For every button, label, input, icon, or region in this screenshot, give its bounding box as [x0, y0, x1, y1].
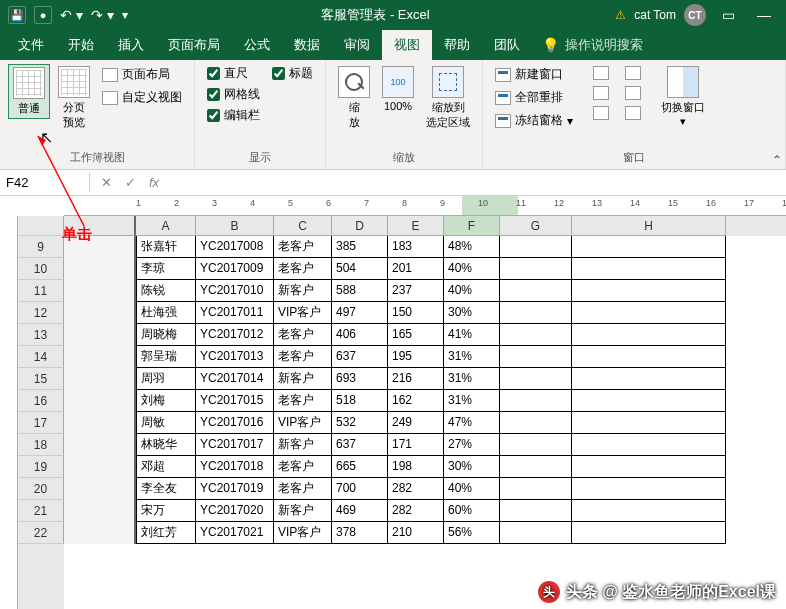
formula-bar-checkbox[interactable]: 编辑栏: [203, 106, 264, 125]
cell[interactable]: 40%: [444, 258, 500, 280]
cell[interactable]: 504: [332, 258, 388, 280]
row-header[interactable]: 15: [18, 368, 64, 390]
row-header[interactable]: 18: [18, 434, 64, 456]
cell[interactable]: [500, 236, 572, 258]
autosave-toggle[interactable]: ●: [34, 6, 52, 24]
cell[interactable]: 378: [332, 522, 388, 544]
cell[interactable]: [572, 522, 726, 544]
row-header[interactable]: 20: [18, 478, 64, 500]
cell[interactable]: 162: [388, 390, 444, 412]
cell[interactable]: 201: [388, 258, 444, 280]
cell[interactable]: 31%: [444, 368, 500, 390]
tab-page-layout[interactable]: 页面布局: [156, 30, 232, 60]
cell[interactable]: [500, 258, 572, 280]
minimize-button[interactable]: —: [750, 7, 778, 23]
page-layout-button[interactable]: 页面布局: [98, 64, 186, 85]
cell[interactable]: [572, 302, 726, 324]
horizontal-ruler[interactable]: 123456789101112131415161718: [64, 196, 786, 216]
column-header[interactable]: B: [196, 216, 274, 236]
cell[interactable]: 183: [388, 236, 444, 258]
cell[interactable]: [572, 500, 726, 522]
cell[interactable]: 637: [332, 434, 388, 456]
cell[interactable]: [572, 478, 726, 500]
cell[interactable]: 198: [388, 456, 444, 478]
tab-review[interactable]: 审阅: [332, 30, 382, 60]
cell[interactable]: 497: [332, 302, 388, 324]
view-page-break-button[interactable]: 分页 预览: [54, 64, 94, 132]
cell[interactable]: 700: [332, 478, 388, 500]
cell[interactable]: 老客户: [274, 236, 332, 258]
save-button[interactable]: 💾: [8, 6, 26, 24]
cell[interactable]: 邓超: [136, 456, 196, 478]
cell[interactable]: 31%: [444, 390, 500, 412]
cell[interactable]: 陈锐: [136, 280, 196, 302]
cell[interactable]: 249: [388, 412, 444, 434]
cell[interactable]: 27%: [444, 434, 500, 456]
view-normal-button[interactable]: 普通: [8, 64, 50, 119]
freeze-panes-button[interactable]: 冻结窗格 ▾: [491, 110, 577, 131]
name-box[interactable]: F42: [0, 173, 90, 192]
cell[interactable]: 48%: [444, 236, 500, 258]
sync-scroll-button[interactable]: [621, 84, 645, 102]
side-by-side-button[interactable]: [621, 64, 645, 82]
cell[interactable]: [500, 456, 572, 478]
column-header[interactable]: F: [444, 216, 500, 236]
hide-button[interactable]: [589, 84, 613, 102]
new-window-button[interactable]: 新建窗口: [491, 64, 577, 85]
cell[interactable]: 30%: [444, 302, 500, 324]
cell[interactable]: [500, 390, 572, 412]
tell-me-search[interactable]: 💡 操作说明搜索: [532, 36, 653, 54]
cell[interactable]: YC2017018: [196, 456, 274, 478]
cell[interactable]: 宋万: [136, 500, 196, 522]
cell[interactable]: 周敏: [136, 412, 196, 434]
cell[interactable]: VIP客户: [274, 522, 332, 544]
cell[interactable]: YC2017009: [196, 258, 274, 280]
column-header[interactable]: E: [388, 216, 444, 236]
cell[interactable]: 郭呈瑞: [136, 346, 196, 368]
cell[interactable]: 150: [388, 302, 444, 324]
cell[interactable]: 周晓梅: [136, 324, 196, 346]
cell[interactable]: VIP客户: [274, 302, 332, 324]
cell[interactable]: 406: [332, 324, 388, 346]
tab-insert[interactable]: 插入: [106, 30, 156, 60]
tab-help[interactable]: 帮助: [432, 30, 482, 60]
cell-grid[interactable]: 张嘉轩YC2017008老客户38518348%李琼YC2017009老客户50…: [64, 236, 786, 544]
cell[interactable]: 老客户: [274, 346, 332, 368]
cell[interactable]: 47%: [444, 412, 500, 434]
cell[interactable]: 老客户: [274, 478, 332, 500]
reset-position-button[interactable]: [621, 104, 645, 122]
cell[interactable]: 532: [332, 412, 388, 434]
cell[interactable]: 张嘉轩: [136, 236, 196, 258]
tab-team[interactable]: 团队: [482, 30, 532, 60]
formula-input[interactable]: [170, 181, 786, 185]
tab-home[interactable]: 开始: [56, 30, 106, 60]
cell[interactable]: [572, 346, 726, 368]
cell[interactable]: YC2017019: [196, 478, 274, 500]
vertical-ruler[interactable]: [0, 216, 18, 609]
cell[interactable]: 老客户: [274, 390, 332, 412]
tab-view[interactable]: 视图: [382, 30, 432, 60]
row-header[interactable]: 22: [18, 522, 64, 544]
row-header[interactable]: 16: [18, 390, 64, 412]
cell[interactable]: 新客户: [274, 434, 332, 456]
cell[interactable]: 刘梅: [136, 390, 196, 412]
cell[interactable]: 31%: [444, 346, 500, 368]
tab-file[interactable]: 文件: [6, 30, 56, 60]
tab-formulas[interactable]: 公式: [232, 30, 282, 60]
cell[interactable]: 693: [332, 368, 388, 390]
cell[interactable]: [572, 280, 726, 302]
cell[interactable]: 60%: [444, 500, 500, 522]
undo-button[interactable]: ↶ ▾: [60, 7, 83, 23]
zoom-100-button[interactable]: 100 100%: [378, 64, 418, 114]
cell[interactable]: 171: [388, 434, 444, 456]
cell[interactable]: [500, 500, 572, 522]
row-header[interactable]: 13: [18, 324, 64, 346]
cell[interactable]: 469: [332, 500, 388, 522]
headings-checkbox[interactable]: 标题: [268, 64, 317, 83]
cell[interactable]: 237: [388, 280, 444, 302]
cell[interactable]: 588: [332, 280, 388, 302]
row-header[interactable]: 10: [18, 258, 64, 280]
cell[interactable]: 518: [332, 390, 388, 412]
column-header[interactable]: A: [136, 216, 196, 236]
cell[interactable]: 195: [388, 346, 444, 368]
